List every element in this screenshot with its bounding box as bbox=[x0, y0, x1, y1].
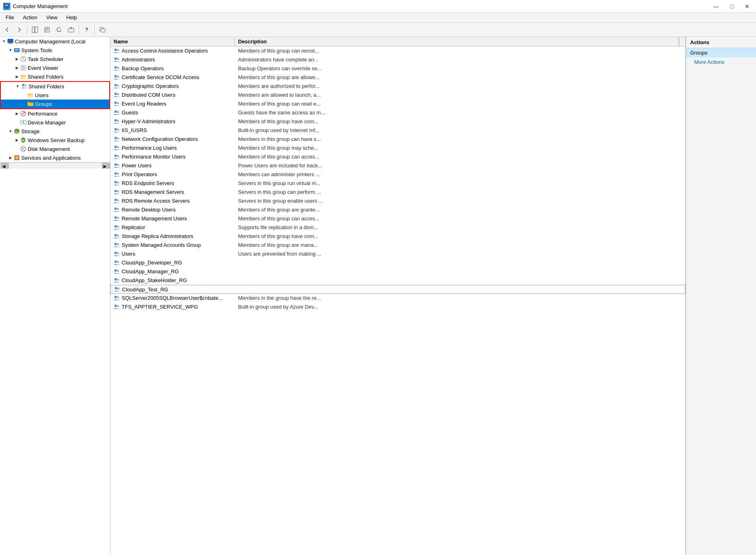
maximize-btn[interactable]: □ bbox=[727, 2, 737, 10]
list-row[interactable]: CloudApp_Developer_RG bbox=[110, 258, 685, 267]
list-row[interactable]: Remote Management UsersMembers of this g… bbox=[110, 214, 685, 223]
list-row[interactable]: Hyper-V AdministratorsMembers of this gr… bbox=[110, 117, 685, 126]
header-name[interactable]: Name bbox=[110, 37, 235, 46]
tree-system-tools[interactable]: ▼ System Tools bbox=[0, 46, 110, 55]
actions-title: Actions bbox=[686, 37, 756, 48]
scroll-right-btn[interactable]: ► bbox=[102, 163, 110, 169]
shared-folders-expand[interactable]: ▶ bbox=[14, 73, 20, 80]
back-btn[interactable] bbox=[2, 24, 13, 35]
svg-point-56 bbox=[117, 102, 119, 104]
list-row[interactable]: CloudApp_Test_RG bbox=[110, 285, 685, 294]
tree-device-manager[interactable]: ▶ Device Manager bbox=[0, 118, 110, 127]
header-description[interactable]: Description bbox=[235, 37, 679, 46]
list-row[interactable]: UsersUsers are prevented from making ... bbox=[110, 250, 685, 258]
tree-users[interactable]: ▶ 📁 Users bbox=[1, 91, 109, 100]
list-row[interactable]: CloudApp_Manager_RG bbox=[110, 267, 685, 276]
list-row[interactable]: Power UsersPower Users are included for … bbox=[110, 161, 685, 170]
actions-more-actions[interactable]: More Actions bbox=[686, 57, 756, 67]
list-cell-name: Cryptographic Operators bbox=[110, 83, 235, 90]
group-icon bbox=[114, 145, 120, 151]
tree-services-applications[interactable]: ▶ Services and Applications bbox=[0, 153, 110, 162]
tree-event-viewer[interactable]: ▶ Event Viewer bbox=[0, 63, 110, 72]
list-row[interactable]: SQLServer2005SQLBrowserUser$cnbate...Mem… bbox=[110, 294, 685, 303]
svg-point-84 bbox=[117, 226, 119, 228]
list-row[interactable]: Performance Monitor UsersMembers of this… bbox=[110, 152, 685, 161]
scroll-track bbox=[9, 163, 102, 169]
tree-local-users-groups[interactable]: ▼ Shared Folders bbox=[1, 82, 109, 91]
list-cell-desc: Members of this group are allowe... bbox=[235, 74, 685, 81]
group-icon bbox=[114, 242, 120, 248]
event-viewer-expand[interactable]: ▶ bbox=[14, 65, 20, 71]
list-cell-name-text: Remote Desktop Users bbox=[122, 207, 175, 213]
list-row[interactable]: System Managed Accounts GroupMembers of … bbox=[110, 241, 685, 250]
list-cell-name-text: RDS Endpoint Servers bbox=[122, 180, 174, 186]
menu-file[interactable]: File bbox=[2, 14, 18, 21]
list-row[interactable]: GuestsGuests have the same access as m..… bbox=[110, 108, 685, 117]
list-row[interactable]: RDS Remote Access ServersServers in this… bbox=[110, 197, 685, 205]
tree-performance[interactable]: ▶ Performance bbox=[0, 109, 110, 118]
list-row[interactable]: RDS Endpoint ServersServers in this grou… bbox=[110, 179, 685, 188]
task-scheduler-expand[interactable]: ▶ bbox=[14, 56, 20, 62]
menu-view[interactable]: View bbox=[42, 14, 61, 21]
list-cell-name-text: CloudApp_Test_RG bbox=[122, 287, 168, 293]
list-row[interactable]: Network Configuration OperatorsMembers i… bbox=[110, 135, 685, 144]
tree-task-scheduler[interactable]: ▶ Task Scheduler bbox=[0, 55, 110, 63]
tree-hscroll[interactable]: ◄ ► bbox=[0, 162, 110, 169]
minimize-btn[interactable]: — bbox=[710, 2, 722, 10]
list-row[interactable]: Access Control Assistance OperatorsMembe… bbox=[110, 47, 685, 55]
new-window-btn[interactable] bbox=[97, 24, 108, 35]
list-row[interactable]: CloudApp_StakeHolder_RG bbox=[110, 276, 685, 285]
scroll-left-btn[interactable]: ◄ bbox=[1, 163, 9, 169]
list-row[interactable]: Performance Log UsersMembers of this gro… bbox=[110, 144, 685, 152]
show-hide-console-tree-btn[interactable] bbox=[29, 24, 41, 35]
svg-point-51 bbox=[114, 84, 117, 86]
list-cell-desc: Members of this group have com... bbox=[235, 233, 685, 240]
services-expand[interactable]: ▶ bbox=[7, 155, 14, 161]
svg-point-54 bbox=[117, 93, 119, 95]
list-row[interactable]: TFS_APPTIER_SERVICE_WPGBuilt-in group us… bbox=[110, 303, 685, 311]
tree-disk-management[interactable]: ▶ Disk Management bbox=[0, 144, 110, 153]
tree-windows-server-backup[interactable]: ▶ Windows Server Backup bbox=[0, 136, 110, 144]
export-btn[interactable] bbox=[65, 24, 77, 35]
tree-storage[interactable]: ▼ Storage bbox=[0, 127, 110, 136]
list-row[interactable]: AdministratorsAdministrators have comple… bbox=[110, 55, 685, 64]
list-row[interactable]: ReplicatorSupports file replication in a… bbox=[110, 223, 685, 232]
list-row[interactable]: Remote Desktop UsersMembers of this grou… bbox=[110, 205, 685, 214]
system-tools-expand[interactable]: ▼ bbox=[7, 47, 14, 53]
tree-groups[interactable]: ▶ Groups bbox=[1, 100, 109, 108]
tree-shared-folders[interactable]: ▶ 📁 Shared Folders bbox=[0, 72, 110, 81]
list-row[interactable]: Backup OperatorsBackup Operators can ove… bbox=[110, 64, 685, 73]
local-users-expand[interactable]: ▼ bbox=[14, 83, 21, 89]
list-cell-desc: Members of this group are mana... bbox=[235, 242, 685, 248]
window-controls[interactable]: — □ ✕ bbox=[710, 2, 753, 10]
tree-pane[interactable]: ▼ Computer Management (Local ▼ Syste bbox=[0, 37, 110, 555]
group-icon bbox=[114, 277, 120, 284]
services-applications-label: Services and Applications bbox=[21, 155, 81, 161]
forward-btn[interactable] bbox=[14, 24, 25, 35]
list-cell-name: Distributed COM Users bbox=[110, 91, 235, 99]
backup-expand[interactable]: ▶ bbox=[14, 137, 20, 143]
svg-point-87 bbox=[114, 243, 117, 245]
close-btn[interactable]: ✕ bbox=[742, 2, 753, 10]
list-row[interactable]: Event Log ReadersMembers of this group c… bbox=[110, 100, 685, 108]
properties-btn[interactable] bbox=[41, 24, 53, 35]
performance-expand[interactable]: ▶ bbox=[14, 110, 20, 117]
list-cell-desc: Guests have the same access as m... bbox=[235, 109, 685, 116]
refresh-btn[interactable] bbox=[53, 24, 65, 35]
list-row[interactable]: Print OperatorsMembers can administer pr… bbox=[110, 170, 685, 179]
help-btn[interactable]: ? bbox=[81, 24, 92, 35]
root-expand[interactable]: ▼ bbox=[1, 38, 7, 45]
list-row[interactable]: Cryptographic OperatorsMembers are autho… bbox=[110, 82, 685, 91]
toolbar-sep-2 bbox=[79, 25, 79, 34]
actions-groups-item[interactable]: Groups bbox=[686, 48, 756, 57]
list-pane[interactable]: Name Description Access Control Assistan… bbox=[110, 37, 686, 555]
menu-action[interactable]: Action bbox=[19, 14, 41, 21]
menu-help[interactable]: Help bbox=[62, 14, 81, 21]
list-row[interactable]: RDS Management ServersServers in this gr… bbox=[110, 188, 685, 197]
tree-root[interactable]: ▼ Computer Management (Local bbox=[0, 37, 110, 46]
list-row[interactable]: Certificate Service DCOM AccessMembers o… bbox=[110, 73, 685, 82]
storage-expand[interactable]: ▼ bbox=[7, 128, 14, 134]
list-row[interactable]: IIS_IUSRSBuilt-in group used by Internet… bbox=[110, 126, 685, 135]
list-row[interactable]: Distributed COM UsersMembers are allowed… bbox=[110, 91, 685, 100]
list-row[interactable]: Storage Replica AdministratorsMembers of… bbox=[110, 232, 685, 241]
